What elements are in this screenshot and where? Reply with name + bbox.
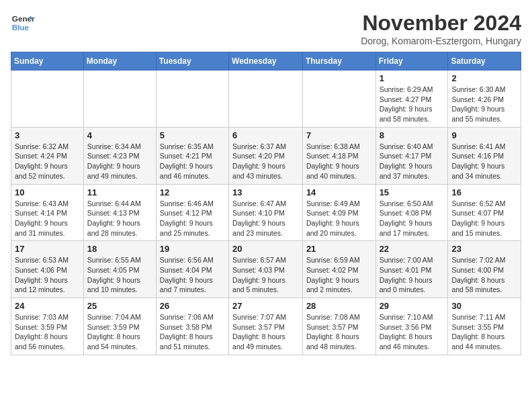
day-info: Sunrise: 6:35 AM Sunset: 4:21 PM Dayligh…	[160, 142, 225, 181]
day-number: 10	[15, 187, 80, 197]
calendar-cell: 12Sunrise: 6:46 AM Sunset: 4:12 PM Dayli…	[156, 184, 228, 241]
calendar-cell	[11, 71, 84, 128]
calendar-cell: 2Sunrise: 6:30 AM Sunset: 4:26 PM Daylig…	[448, 71, 521, 128]
calendar-cell: 25Sunrise: 7:04 AM Sunset: 3:59 PM Dayli…	[83, 298, 156, 355]
day-number: 14	[306, 187, 372, 197]
header-sunday: Sunday	[11, 52, 84, 71]
day-info: Sunrise: 7:08 AM Sunset: 3:57 PM Dayligh…	[306, 312, 372, 352]
svg-text:Blue: Blue	[12, 23, 30, 32]
calendar-cell: 17Sunrise: 6:53 AM Sunset: 4:06 PM Dayli…	[11, 241, 84, 298]
calendar-cell: 4Sunrise: 6:34 AM Sunset: 4:23 PM Daylig…	[83, 127, 156, 184]
day-number: 15	[380, 187, 445, 197]
week-row-1: 3Sunrise: 6:32 AM Sunset: 4:24 PM Daylig…	[11, 127, 521, 184]
header-monday: Monday	[83, 52, 156, 71]
day-info: Sunrise: 7:07 AM Sunset: 3:57 PM Dayligh…	[232, 312, 299, 352]
day-info: Sunrise: 6:47 AM Sunset: 4:10 PM Dayligh…	[232, 199, 299, 238]
day-number: 2	[451, 73, 517, 83]
calendar-cell: 6Sunrise: 6:37 AM Sunset: 4:20 PM Daylig…	[229, 127, 303, 184]
day-number: 22	[380, 244, 445, 254]
day-number: 17	[15, 244, 80, 254]
week-row-0: 1Sunrise: 6:29 AM Sunset: 4:27 PM Daylig…	[11, 71, 521, 128]
day-info: Sunrise: 7:10 AM Sunset: 3:56 PM Dayligh…	[380, 312, 445, 352]
calendar-cell	[229, 71, 303, 128]
calendar-cell: 18Sunrise: 6:55 AM Sunset: 4:05 PM Dayli…	[83, 241, 156, 298]
calendar-cell: 16Sunrise: 6:52 AM Sunset: 4:07 PM Dayli…	[448, 184, 521, 241]
day-number: 13	[232, 187, 299, 197]
logo-icon: General Blue	[11, 11, 35, 35]
day-number: 27	[232, 301, 299, 311]
header-thursday: Thursday	[302, 52, 375, 71]
day-info: Sunrise: 6:55 AM Sunset: 4:05 PM Dayligh…	[87, 255, 152, 295]
calendar-cell: 30Sunrise: 7:11 AM Sunset: 3:55 PM Dayli…	[448, 298, 521, 355]
calendar-cell: 8Sunrise: 6:40 AM Sunset: 4:17 PM Daylig…	[375, 127, 448, 184]
day-number: 7	[306, 130, 372, 140]
day-number: 23	[451, 244, 517, 254]
day-info: Sunrise: 6:56 AM Sunset: 4:04 PM Dayligh…	[160, 255, 225, 295]
day-number: 6	[232, 130, 299, 140]
day-info: Sunrise: 6:37 AM Sunset: 4:20 PM Dayligh…	[232, 142, 299, 181]
day-info: Sunrise: 6:40 AM Sunset: 4:17 PM Dayligh…	[380, 142, 445, 181]
calendar-cell: 20Sunrise: 6:57 AM Sunset: 4:03 PM Dayli…	[229, 241, 303, 298]
calendar-cell: 11Sunrise: 6:44 AM Sunset: 4:13 PM Dayli…	[83, 184, 156, 241]
calendar-cell: 10Sunrise: 6:43 AM Sunset: 4:14 PM Dayli…	[11, 184, 84, 241]
day-info: Sunrise: 7:06 AM Sunset: 3:58 PM Dayligh…	[160, 312, 225, 352]
day-number: 24	[15, 301, 80, 311]
calendar-cell: 26Sunrise: 7:06 AM Sunset: 3:58 PM Dayli…	[156, 298, 228, 355]
calendar-cell: 1Sunrise: 6:29 AM Sunset: 4:27 PM Daylig…	[375, 71, 448, 128]
day-number: 5	[160, 130, 225, 140]
day-number: 8	[380, 130, 445, 140]
day-number: 20	[232, 244, 299, 254]
week-row-2: 10Sunrise: 6:43 AM Sunset: 4:14 PM Dayli…	[11, 184, 521, 241]
calendar-cell: 3Sunrise: 6:32 AM Sunset: 4:24 PM Daylig…	[11, 127, 84, 184]
calendar-cell: 24Sunrise: 7:03 AM Sunset: 3:59 PM Dayli…	[11, 298, 84, 355]
day-number: 18	[87, 244, 152, 254]
calendar-cell: 19Sunrise: 6:56 AM Sunset: 4:04 PM Dayli…	[156, 241, 228, 298]
day-number: 4	[87, 130, 152, 140]
day-info: Sunrise: 6:43 AM Sunset: 4:14 PM Dayligh…	[15, 199, 80, 238]
day-number: 3	[15, 130, 80, 140]
logo: General Blue	[11, 11, 35, 35]
location-subtitle: Dorog, Komarom-Esztergom, Hungary	[361, 36, 521, 46]
header-tuesday: Tuesday	[156, 52, 228, 71]
calendar-cell: 21Sunrise: 6:59 AM Sunset: 4:02 PM Dayli…	[302, 241, 375, 298]
day-info: Sunrise: 6:34 AM Sunset: 4:23 PM Dayligh…	[87, 142, 152, 181]
day-number: 16	[451, 187, 517, 197]
calendar-cell: 27Sunrise: 7:07 AM Sunset: 3:57 PM Dayli…	[229, 298, 303, 355]
day-number: 11	[87, 187, 152, 197]
header-saturday: Saturday	[448, 52, 521, 71]
calendar-table: SundayMondayTuesdayWednesdayThursdayFrid…	[11, 52, 521, 355]
calendar-cell	[156, 71, 228, 128]
day-info: Sunrise: 7:11 AM Sunset: 3:55 PM Dayligh…	[451, 312, 517, 352]
day-info: Sunrise: 6:49 AM Sunset: 4:09 PM Dayligh…	[306, 199, 372, 238]
day-info: Sunrise: 6:30 AM Sunset: 4:26 PM Dayligh…	[451, 85, 517, 124]
calendar-cell: 23Sunrise: 7:02 AM Sunset: 4:00 PM Dayli…	[448, 241, 521, 298]
week-row-4: 24Sunrise: 7:03 AM Sunset: 3:59 PM Dayli…	[11, 298, 521, 355]
calendar-cell	[302, 71, 375, 128]
day-number: 29	[380, 301, 445, 311]
day-number: 12	[160, 187, 225, 197]
day-info: Sunrise: 6:52 AM Sunset: 4:07 PM Dayligh…	[451, 199, 517, 238]
day-number: 26	[160, 301, 225, 311]
calendar-cell: 9Sunrise: 6:41 AM Sunset: 4:16 PM Daylig…	[448, 127, 521, 184]
day-info: Sunrise: 7:03 AM Sunset: 3:59 PM Dayligh…	[15, 312, 80, 352]
day-info: Sunrise: 6:57 AM Sunset: 4:03 PM Dayligh…	[232, 255, 299, 295]
day-number: 21	[306, 244, 372, 254]
calendar-cell: 13Sunrise: 6:47 AM Sunset: 4:10 PM Dayli…	[229, 184, 303, 241]
week-row-3: 17Sunrise: 6:53 AM Sunset: 4:06 PM Dayli…	[11, 241, 521, 298]
day-info: Sunrise: 6:50 AM Sunset: 4:08 PM Dayligh…	[380, 199, 445, 238]
calendar-cell	[83, 71, 156, 128]
calendar-cell: 5Sunrise: 6:35 AM Sunset: 4:21 PM Daylig…	[156, 127, 228, 184]
calendar-cell: 14Sunrise: 6:49 AM Sunset: 4:09 PM Dayli…	[302, 184, 375, 241]
day-number: 28	[306, 301, 372, 311]
header: General Blue November 2024 Dorog, Komaro…	[11, 11, 521, 46]
day-info: Sunrise: 6:38 AM Sunset: 4:18 PM Dayligh…	[306, 142, 372, 181]
calendar-cell: 22Sunrise: 7:00 AM Sunset: 4:01 PM Dayli…	[375, 241, 448, 298]
day-number: 30	[451, 301, 517, 311]
calendar-cell: 28Sunrise: 7:08 AM Sunset: 3:57 PM Dayli…	[302, 298, 375, 355]
day-info: Sunrise: 6:59 AM Sunset: 4:02 PM Dayligh…	[306, 255, 372, 295]
day-number: 1	[380, 73, 445, 83]
header-friday: Friday	[375, 52, 448, 71]
day-info: Sunrise: 6:44 AM Sunset: 4:13 PM Dayligh…	[87, 199, 152, 238]
day-info: Sunrise: 7:04 AM Sunset: 3:59 PM Dayligh…	[87, 312, 152, 352]
calendar-cell: 29Sunrise: 7:10 AM Sunset: 3:56 PM Dayli…	[375, 298, 448, 355]
